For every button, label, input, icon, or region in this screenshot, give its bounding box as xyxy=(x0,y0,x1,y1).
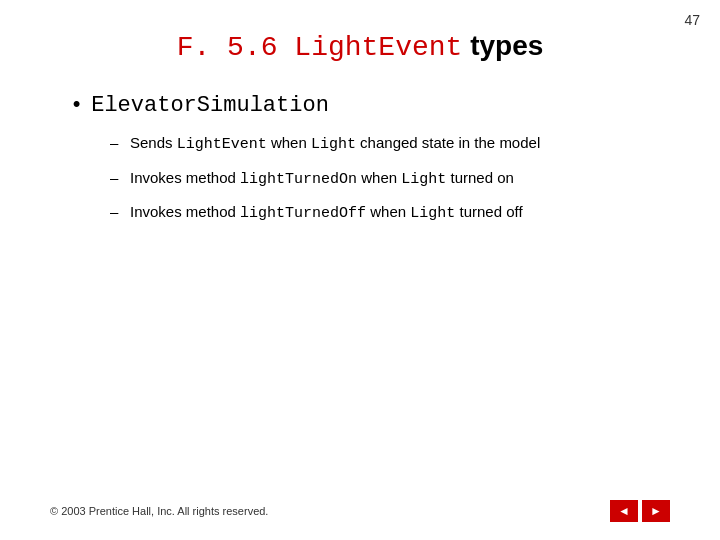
main-bullet: • ElevatorSimulation xyxy=(70,93,670,118)
mono-light3: Light xyxy=(410,205,455,222)
mono-turnedon: lightTurnedOn xyxy=(240,171,357,188)
footer: © 2003 Prentice Hall, Inc. All rights re… xyxy=(50,500,670,522)
copyright-text: © 2003 Prentice Hall, Inc. All rights re… xyxy=(50,505,268,517)
slide-title: F. 5.6 LightEvent types xyxy=(50,30,670,63)
sub-bullet-1: – Sends LightEvent when Light changed st… xyxy=(110,132,670,157)
sub-bullet-2: – Invokes method lightTurnedOn when Ligh… xyxy=(110,167,670,192)
mono-turnedoff: lightTurnedOff xyxy=(240,205,366,222)
bullet-dot: • xyxy=(70,93,83,118)
sub-bullet-2-text: Invokes method lightTurnedOn when Light … xyxy=(130,167,514,192)
mono-light1: Light xyxy=(311,136,356,153)
title-suffix: types xyxy=(462,30,543,61)
text-when2: when xyxy=(357,169,401,186)
text-invokes2: Invokes method xyxy=(130,203,240,220)
sub-bullets: – Sends LightEvent when Light changed st… xyxy=(110,132,670,226)
text-turnedoff: turned off xyxy=(455,203,522,220)
nav-next-button[interactable]: ► xyxy=(642,500,670,522)
title-prefix: F. 5.6 xyxy=(177,32,295,63)
text-when3: when xyxy=(366,203,410,220)
mono-lightevent: LightEvent xyxy=(177,136,267,153)
bullet-section: • ElevatorSimulation – Sends LightEvent … xyxy=(70,93,670,226)
text-changed: changed state in the model xyxy=(356,134,540,151)
sub-bullet-3: – Invokes method lightTurnedOff when Lig… xyxy=(110,201,670,226)
nav-prev-button[interactable]: ◄ xyxy=(610,500,638,522)
mono-light2: Light xyxy=(401,171,446,188)
main-bullet-label: ElevatorSimulation xyxy=(91,93,329,118)
sub-bullet-1-text: Sends LightEvent when Light changed stat… xyxy=(130,132,540,157)
text-invokes1: Invokes method xyxy=(130,169,240,186)
text-turnedon: turned on xyxy=(446,169,514,186)
title-mono: LightEvent xyxy=(294,32,462,63)
text-sends: Sends xyxy=(130,134,177,151)
dash-2: – xyxy=(110,167,124,190)
dash-3: – xyxy=(110,201,124,224)
slide: 47 F. 5.6 LightEvent types • ElevatorSim… xyxy=(0,0,720,540)
dash-1: – xyxy=(110,132,124,155)
nav-buttons: ◄ ► xyxy=(610,500,670,522)
text-when1: when xyxy=(267,134,311,151)
sub-bullet-3-text: Invokes method lightTurnedOff when Light… xyxy=(130,201,523,226)
slide-number: 47 xyxy=(684,12,700,28)
